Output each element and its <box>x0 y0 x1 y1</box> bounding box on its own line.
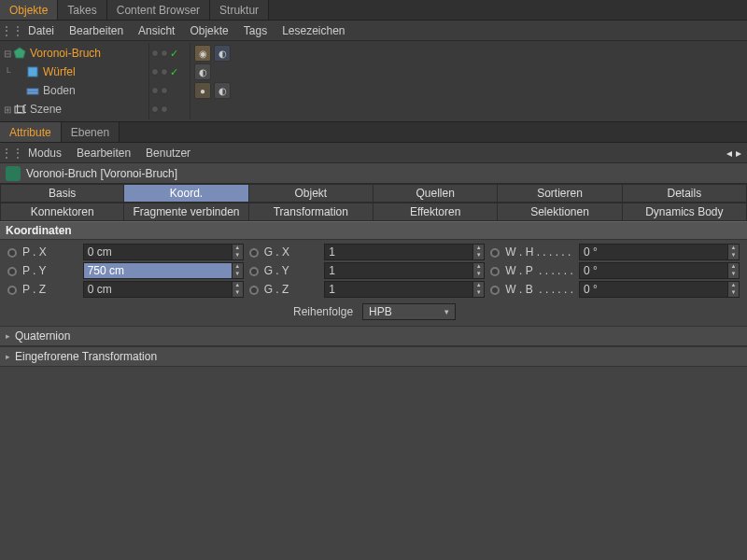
history-back-icon[interactable]: ◂ <box>726 147 732 160</box>
spinner-icon[interactable]: ▲▼ <box>728 281 740 298</box>
menu-bearbeiten-attr[interactable]: Bearbeiten <box>69 147 138 160</box>
tab-content-browser[interactable]: Content Browser <box>107 0 210 20</box>
menu-tags[interactable]: Tags <box>236 24 275 37</box>
spinner-icon[interactable]: ▲▼ <box>728 262 740 279</box>
subtab-sortieren[interactable]: Sortieren <box>498 184 622 203</box>
subtab-fragmente[interactable]: Fragmente verbinden <box>124 203 248 221</box>
keyframe-dot-icon[interactable] <box>490 283 500 296</box>
menu-bearbeiten[interactable]: Bearbeiten <box>62 24 131 37</box>
tab-attribute[interactable]: Attribute <box>0 122 62 142</box>
input[interactable] <box>324 262 473 279</box>
tab-takes[interactable]: Takes <box>58 0 106 20</box>
input[interactable] <box>324 281 473 298</box>
layer-dot-icon[interactable] <box>151 49 159 57</box>
input[interactable] <box>83 262 233 279</box>
menu-lesezeichen[interactable]: Lesezeichen <box>275 24 352 37</box>
input-wh[interactable]: ▲▼ <box>579 244 740 260</box>
group-eingefrorene[interactable]: ▸ Eingefrorene Transformation <box>0 346 747 367</box>
input-gx[interactable]: ▲▼ <box>324 244 485 260</box>
menu-benutzer[interactable]: Benutzer <box>138 147 198 160</box>
group-quaternion[interactable]: ▸ Quaternion <box>0 326 747 346</box>
subtab-basis[interactable]: Basis <box>0 184 124 203</box>
subtab-koord[interactable]: Koord. <box>124 184 248 203</box>
input-py[interactable]: ▲▼ <box>83 262 244 279</box>
menu-ansicht[interactable]: Ansicht <box>131 24 182 37</box>
enable-check-icon[interactable]: ✓ <box>170 66 178 78</box>
keyframe-dot-icon[interactable] <box>249 283 259 296</box>
subtab-selektionen[interactable]: Selektionen <box>498 203 622 221</box>
expand-toggle[interactable]: ⊞ <box>2 105 13 115</box>
keyframe-dot-icon[interactable] <box>249 245 259 259</box>
keyframe-dot-icon[interactable] <box>7 283 17 296</box>
menu-modus[interactable]: Modus <box>21 147 69 160</box>
keyframe-dot-icon[interactable] <box>249 264 259 277</box>
tree-item-boden[interactable]: Boden <box>2 81 147 100</box>
tree-item-voronoi[interactable]: ⊟ Voronoi-Bruch <box>2 44 147 63</box>
object-tree[interactable]: ⊟ Voronoi-Bruch └ Würfel Boden ⊞ L0 Szen… <box>0 43 149 119</box>
input-gy[interactable]: ▲▼ <box>324 262 485 279</box>
flags-row[interactable] <box>151 100 188 119</box>
flags-row[interactable]: ✓ <box>151 44 188 63</box>
spinner-icon[interactable]: ▲▼ <box>728 244 740 260</box>
input[interactable] <box>579 244 728 260</box>
tab-objekte[interactable]: Objekte <box>0 0 58 20</box>
spinner-icon[interactable]: ▲▼ <box>473 244 485 260</box>
tab-struktur[interactable]: Struktur <box>210 0 269 20</box>
spinner-icon[interactable]: ▲▼ <box>473 281 485 298</box>
subtab-konnektoren[interactable]: Konnektoren <box>0 203 124 221</box>
flags-row[interactable]: ✓ <box>151 63 188 81</box>
spinner-icon[interactable]: ▲▼ <box>473 262 485 279</box>
vis-dot-icon[interactable] <box>161 87 168 94</box>
input-px[interactable]: ▲▼ <box>83 244 244 260</box>
subtab-dynamics[interactable]: Dynamics Body <box>623 203 747 221</box>
dropdown-reihenfolge[interactable]: HPB <box>362 303 456 320</box>
tag-row[interactable]: ◐ <box>194 63 743 81</box>
spinner-icon[interactable]: ▲▼ <box>233 281 244 298</box>
history-forward-icon[interactable]: ▸ <box>736 147 741 160</box>
input-wb[interactable]: ▲▼ <box>579 281 740 298</box>
expand-toggle[interactable]: ⊟ <box>2 49 13 59</box>
subtab-transformation[interactable]: Transformation <box>249 203 374 221</box>
input[interactable] <box>83 281 233 298</box>
layer-dot-icon[interactable] <box>151 105 159 113</box>
input[interactable] <box>324 244 473 260</box>
input-gz[interactable]: ▲▼ <box>324 281 485 298</box>
enable-check-icon[interactable]: ✓ <box>170 48 178 60</box>
subtab-effektoren[interactable]: Effektoren <box>374 203 498 221</box>
input-wp[interactable]: ▲▼ <box>579 262 740 279</box>
tag-row[interactable]: ● ◐ <box>194 81 743 100</box>
vis-dot-icon[interactable] <box>161 105 168 113</box>
subtab-quellen[interactable]: Quellen <box>374 184 498 203</box>
input-pz[interactable]: ▲▼ <box>83 281 244 298</box>
spinner-icon[interactable]: ▲▼ <box>233 262 244 279</box>
keyframe-dot-icon[interactable] <box>490 264 500 277</box>
rigid-body-tag-icon[interactable]: ◉ <box>194 45 211 62</box>
tree-item-wuerfel[interactable]: └ Würfel <box>2 63 147 81</box>
input[interactable] <box>579 262 728 279</box>
layer-dot-icon[interactable] <box>151 68 159 76</box>
phong-tag-icon[interactable]: ◐ <box>214 82 231 99</box>
subtab-details[interactable]: Details <box>623 184 747 203</box>
keyframe-dot-icon[interactable] <box>7 245 17 259</box>
collider-tag-icon[interactable]: ● <box>194 82 211 99</box>
keyframe-dot-icon[interactable] <box>7 264 17 277</box>
tags-column: ◉ ◐ ◐ ● ◐ <box>190 43 747 119</box>
flags-row[interactable] <box>151 81 188 100</box>
dropdown-value: HPB <box>369 305 392 318</box>
keyframe-dot-icon[interactable] <box>490 245 500 259</box>
tag-row[interactable]: ◉ ◐ <box>194 44 743 63</box>
spinner-icon[interactable]: ▲▼ <box>233 244 244 260</box>
input[interactable] <box>83 244 233 260</box>
phong-tag-icon[interactable]: ◐ <box>194 63 211 80</box>
menu-objekte[interactable]: Objekte <box>182 24 235 37</box>
floor-icon <box>26 84 39 97</box>
tab-ebenen[interactable]: Ebenen <box>62 122 120 142</box>
menu-datei[interactable]: Datei <box>21 24 62 37</box>
tree-item-szene[interactable]: ⊞ L0 Szene <box>2 100 147 119</box>
vis-dot-icon[interactable] <box>161 49 168 57</box>
display-tag-icon[interactable]: ◐ <box>214 45 231 62</box>
layer-dot-icon[interactable] <box>151 87 159 94</box>
vis-dot-icon[interactable] <box>161 68 168 76</box>
input[interactable] <box>579 281 728 298</box>
subtab-objekt[interactable]: Objekt <box>249 184 374 203</box>
